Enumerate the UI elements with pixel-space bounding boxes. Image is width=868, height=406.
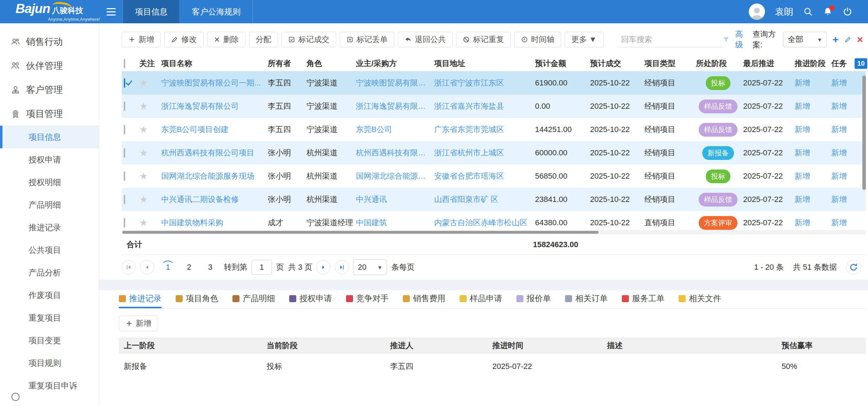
page-number-2[interactable]: 2 [182, 261, 196, 274]
row-checkbox[interactable] [124, 195, 125, 204]
project-name-link[interactable]: 东莞B公司项目创建 [161, 124, 268, 135]
detail-tab-推进记录[interactable]: 推进记录 [119, 290, 162, 308]
address-link[interactable]: 广东省东莞市莞城区 [434, 124, 535, 135]
power-icon[interactable] [843, 7, 852, 17]
sidebar-item-重复项目[interactable]: 重复项目 [0, 306, 99, 329]
favorite-star-icon[interactable]: ★ [139, 217, 161, 228]
table-row[interactable]: ★东莞B公司项目创建李五四宁波渠道东莞B公司广东省东莞市莞城区144251.00… [122, 118, 866, 141]
query-plan-select[interactable]: 全部 ▼ [783, 32, 827, 47]
project-name-link[interactable]: 浙江海逸贸易有限公司 [161, 101, 268, 112]
menu-toggle-icon[interactable] [99, 0, 123, 23]
select-all-checkbox[interactable] [124, 59, 125, 68]
sidebar-item-授权明细[interactable]: 授权明细 [0, 171, 99, 193]
favorite-star-icon[interactable]: ★ [139, 77, 161, 89]
sidebar-item-产品明细[interactable]: 产品明细 [0, 193, 99, 216]
toolbar-button-删除[interactable]: 删除 [207, 32, 245, 47]
detail-tab-授权申请[interactable]: 授权申请 [289, 290, 332, 308]
search-icon[interactable] [803, 7, 813, 17]
sidebar-group-partial[interactable] [11, 392, 20, 404]
project-name-link[interactable]: 杭州西遇科技有限公司项目 [161, 148, 268, 158]
push-stage-link[interactable]: 新增 [795, 171, 831, 181]
edit-query-plan-icon[interactable] [844, 35, 851, 44]
prev-page-button[interactable] [140, 260, 154, 274]
push-stage-link[interactable]: 新增 [795, 217, 831, 228]
address-link[interactable]: 浙江省杭州市上城区 [434, 148, 535, 158]
horizontal-scrollbar-thumb[interactable] [122, 231, 599, 234]
detail-tab-项目角色[interactable]: 项目角色 [176, 290, 218, 308]
page-size-select[interactable]: 20 ▼ [353, 259, 387, 275]
avatar[interactable] [749, 4, 765, 20]
favorite-star-icon[interactable]: ★ [139, 124, 161, 135]
add-query-plan-button[interactable]: + [832, 34, 839, 45]
detail-tab-样品申请[interactable]: 样品申请 [460, 290, 502, 308]
sidebar-item-产品分析[interactable]: 产品分析 [0, 261, 99, 284]
sidebar-group-sales-actions[interactable]: 销售行动 [0, 30, 99, 54]
client-link[interactable]: 中兴通讯 [356, 194, 434, 205]
detail-tab-竞争对手[interactable]: 竞争对手 [346, 290, 389, 308]
row-checkbox[interactable] [124, 172, 125, 181]
row-checkbox[interactable] [124, 148, 125, 157]
bell-icon[interactable] [823, 7, 833, 17]
row-checkbox[interactable] [124, 125, 125, 134]
top-tab[interactable]: 项目信息 [123, 0, 180, 23]
sidebar-group-partners[interactable]: 伙伴管理 [0, 54, 99, 78]
sidebar-group-customers[interactable]: 客户管理 [0, 78, 99, 102]
task-link[interactable]: 新增 [831, 194, 855, 205]
task-link[interactable]: 新增 [831, 171, 855, 181]
search-input[interactable] [621, 35, 723, 44]
client-link[interactable]: 国网湖北综合能源服... [356, 171, 434, 181]
sidebar-item-项目信息[interactable]: 项目信息 [0, 126, 99, 148]
table-row[interactable]: ★杭州西遇科技有限公司项目张小明杭州渠道杭州西遇科技有限公司浙江省杭州市上城区6… [122, 141, 866, 165]
sidebar-group-projects[interactable]: 项目管理 [0, 102, 99, 126]
favorite-star-icon[interactable]: ★ [139, 171, 161, 182]
toolbar-button-新增[interactable]: 新增 [122, 32, 161, 47]
sidebar-item-推进记录[interactable]: 推进记录 [0, 216, 99, 239]
toolbar-button-修改[interactable]: 修改 [164, 32, 204, 47]
detail-tab-相关订单[interactable]: 相关订单 [565, 290, 608, 308]
sidebar-item-公共项目[interactable]: 公共项目 [0, 239, 99, 261]
client-link[interactable]: 中国建筑 [356, 217, 434, 228]
vertical-scrollbar[interactable] [862, 76, 866, 190]
client-link[interactable]: 浙江海逸贸易有限公司 [356, 101, 434, 112]
push-stage-link[interactable]: 新增 [795, 194, 831, 205]
push-stage-link[interactable]: 新增 [795, 78, 831, 88]
horizontal-scrollbar-track[interactable] [122, 230, 866, 234]
page-number-1[interactable]: 1 [161, 261, 175, 274]
client-link[interactable]: 宁波映图贸易有限公司 [356, 78, 434, 88]
detail-add-button[interactable]: 新增 [119, 316, 158, 331]
refresh-button[interactable] [846, 260, 861, 275]
detail-table-row[interactable]: 新报备投标李五四2025-07-2250% [119, 354, 866, 379]
push-stage-link[interactable]: 新增 [795, 101, 831, 112]
task-link[interactable]: 新增 [831, 217, 855, 228]
toolbar-button-标记成交[interactable]: 标记成交 [281, 32, 336, 47]
sidebar-item-项目规则[interactable]: 项目规则 [0, 352, 99, 374]
favorite-star-icon[interactable]: ★ [139, 194, 161, 205]
last-page-button[interactable] [335, 260, 349, 274]
client-link[interactable]: 东莞B公司 [356, 124, 434, 135]
top-tab[interactable]: 客户公海规则 [180, 0, 253, 23]
toolbar-button-时间轴[interactable]: 时间轴 [514, 32, 561, 47]
next-page-button[interactable] [316, 260, 330, 274]
row-checkbox[interactable] [124, 78, 125, 88]
client-link[interactable]: 杭州西遇科技有限公司 [356, 148, 434, 158]
address-link[interactable]: 内蒙古自治区赤峰市松山区 [434, 217, 535, 228]
advanced-search-link[interactable]: 高级 [735, 29, 747, 50]
address-link[interactable]: 山西省阳泉市矿 区 [434, 194, 535, 205]
address-link[interactable]: 浙江省宁波市江东区 [434, 78, 535, 88]
row-checkbox[interactable] [124, 102, 125, 111]
detail-tab-报价单[interactable]: 报价单 [516, 290, 551, 308]
project-name-link[interactable]: 宁波映图贸易有限公司一期... [161, 78, 268, 88]
project-name-link[interactable]: 中兴通讯二期设备检修 [161, 194, 268, 205]
task-link[interactable]: 新增 [831, 148, 855, 158]
favorite-star-icon[interactable]: ★ [139, 147, 161, 159]
row-checkbox[interactable] [124, 218, 125, 227]
delete-query-plan-button[interactable]: × [857, 34, 863, 45]
address-link[interactable]: 浙江省嘉兴市海盐县 [434, 101, 535, 112]
table-row[interactable]: ★浙江海逸贸易有限公司李五四宁波渠道浙江海逸贸易有限公司浙江省嘉兴市海盐县0.0… [122, 95, 866, 118]
table-row[interactable]: ★中兴通讯二期设备检修张小明杭州渠道中兴通讯山西省阳泉市矿 区23841.002… [122, 188, 866, 211]
task-link[interactable]: 新增 [831, 124, 855, 135]
favorite-star-icon[interactable]: ★ [139, 101, 161, 112]
page-number-3[interactable]: 3 [204, 261, 217, 274]
goto-page-input[interactable] [251, 260, 272, 275]
funnel-icon[interactable] [723, 35, 730, 44]
